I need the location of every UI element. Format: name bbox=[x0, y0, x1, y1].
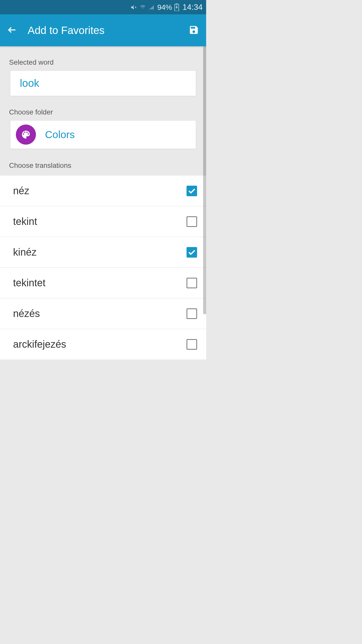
folder-selector[interactable]: Colors bbox=[10, 120, 196, 149]
translation-label: tekintet bbox=[13, 277, 46, 289]
translation-checkbox[interactable] bbox=[187, 339, 197, 350]
translation-row[interactable]: néz bbox=[0, 176, 206, 206]
translation-label: nézés bbox=[13, 308, 40, 319]
translation-row[interactable]: nézés bbox=[0, 298, 206, 329]
selected-word-card[interactable]: look bbox=[10, 70, 196, 96]
translations-list: néztekintkinéztekintetnézésarckifejezés bbox=[0, 176, 206, 359]
folder-name: Colors bbox=[45, 129, 75, 141]
translation-label: néz bbox=[13, 185, 29, 196]
battery-charging-icon bbox=[174, 4, 179, 11]
clock-time: 14:34 bbox=[183, 3, 203, 12]
choose-folder-label: Choose folder bbox=[0, 96, 206, 120]
translation-label: kinéz bbox=[13, 247, 36, 258]
page-title: Add to Favorites bbox=[28, 24, 189, 36]
status-bar: 94% 14:34 bbox=[0, 0, 206, 14]
translation-label: arckifejezés bbox=[13, 339, 66, 350]
back-button[interactable] bbox=[7, 25, 17, 36]
translation-checkbox[interactable] bbox=[187, 216, 197, 227]
translation-label: tekint bbox=[13, 216, 37, 227]
translation-row[interactable]: kinéz bbox=[0, 237, 206, 267]
choose-translations-label: Choose translations bbox=[0, 149, 206, 176]
scrollbar-thumb[interactable] bbox=[203, 46, 206, 314]
mute-icon bbox=[130, 4, 137, 11]
translation-checkbox[interactable] bbox=[187, 308, 197, 319]
translation-checkbox[interactable] bbox=[187, 186, 197, 196]
content-area: Selected word look Choose folder Colors … bbox=[0, 46, 206, 359]
translation-checkbox[interactable] bbox=[187, 247, 197, 258]
signal-icon bbox=[149, 5, 155, 10]
translation-row[interactable]: tekint bbox=[0, 206, 206, 237]
svg-rect-1 bbox=[176, 4, 177, 4]
wifi-icon bbox=[140, 5, 146, 10]
palette-icon bbox=[16, 125, 36, 145]
translation-row[interactable]: tekintet bbox=[0, 267, 206, 298]
translation-row[interactable]: arckifejezés bbox=[0, 329, 206, 359]
selected-word-value: look bbox=[20, 77, 39, 89]
save-button[interactable] bbox=[189, 25, 199, 36]
app-bar: Add to Favorites bbox=[0, 14, 206, 46]
translation-checkbox[interactable] bbox=[187, 278, 197, 288]
selected-word-label: Selected word bbox=[0, 46, 206, 70]
battery-percent: 94% bbox=[157, 3, 172, 12]
